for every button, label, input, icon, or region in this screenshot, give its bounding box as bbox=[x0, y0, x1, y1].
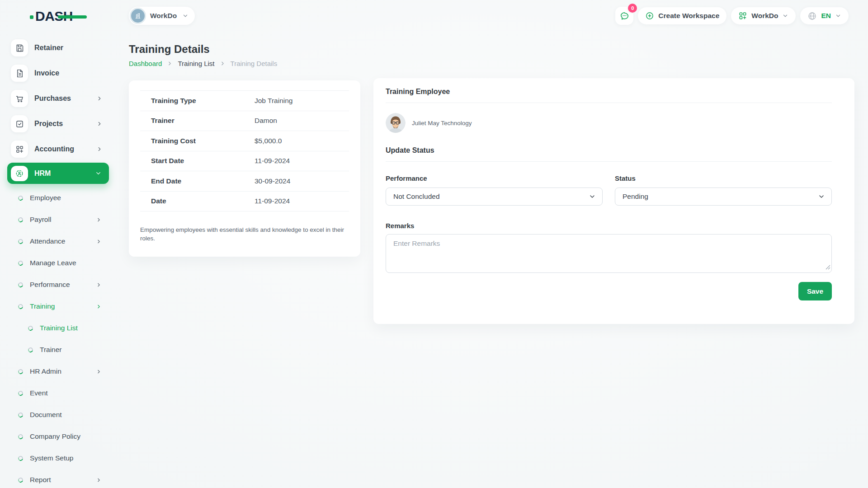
training-details-table: Training Type Job Training Trainer Damon… bbox=[140, 90, 349, 211]
workspace-menu-button[interactable]: WorkDo bbox=[731, 7, 796, 24]
sidebar-item-accounting[interactable]: Accounting bbox=[0, 136, 115, 162]
workspace-avatar-building-icon bbox=[131, 9, 145, 23]
sidebar-item-label: Purchases bbox=[34, 94, 71, 103]
cart-icon bbox=[11, 90, 28, 107]
row-label: Training Type bbox=[140, 97, 255, 105]
status-field: Status Pending bbox=[615, 174, 832, 206]
sidebar: Retainer Invoice Purchases Projects Acco… bbox=[0, 32, 115, 488]
bullet-icon bbox=[17, 368, 24, 375]
sidebar-item-system-setup[interactable]: System Setup bbox=[0, 447, 115, 469]
globe-icon bbox=[807, 11, 817, 21]
invoice-icon bbox=[11, 65, 28, 82]
chat-icon bbox=[619, 11, 630, 21]
sidebar-item-label: Document bbox=[30, 411, 62, 419]
row-label: End Date bbox=[140, 177, 255, 185]
sidebar-item-invoice[interactable]: Invoice bbox=[0, 61, 115, 86]
bullet-icon bbox=[27, 347, 34, 353]
chevron-right-icon bbox=[96, 217, 102, 223]
table-row: Trainer Damon bbox=[140, 111, 349, 131]
chevron-right-icon bbox=[96, 282, 102, 288]
sidebar-item-trainer[interactable]: Trainer bbox=[0, 339, 115, 361]
grid-plus-icon bbox=[11, 141, 28, 158]
breadcrumb-training-list[interactable]: Training List bbox=[178, 60, 214, 67]
topbar-actions: 0 Create Workspace WorkDo EN bbox=[615, 7, 849, 25]
sidebar-item-training[interactable]: Training bbox=[0, 296, 115, 317]
messages-button[interactable]: 0 bbox=[615, 7, 633, 25]
bullet-icon bbox=[17, 455, 24, 462]
bullet-icon bbox=[17, 195, 24, 202]
workspace-menu-label: WorkDo bbox=[751, 12, 778, 20]
chevron-right-icon bbox=[220, 61, 226, 66]
training-employee-card: Training Employee Juliet May Technology … bbox=[373, 78, 854, 324]
row-value: 30-09-2024 bbox=[255, 177, 290, 185]
logo-dot bbox=[30, 15, 33, 19]
table-row: Training Cost $5,000.0 bbox=[140, 131, 349, 151]
sidebar-item-retainer[interactable]: Retainer bbox=[0, 35, 115, 61]
create-workspace-button[interactable]: Create Workspace bbox=[638, 7, 726, 24]
save-button[interactable]: Save bbox=[798, 282, 832, 300]
sidebar-item-payroll[interactable]: Payroll bbox=[0, 209, 115, 230]
status-value: Pending bbox=[623, 192, 648, 201]
sidebar-item-label: Attendance bbox=[30, 237, 65, 245]
employee-avatar bbox=[386, 113, 406, 133]
row-label: Date bbox=[140, 197, 255, 205]
status-label: Status bbox=[615, 174, 832, 182]
sidebar-item-company-policy[interactable]: Company Policy bbox=[0, 426, 115, 447]
sidebar-item-training-list[interactable]: Training List bbox=[0, 317, 115, 339]
update-status-heading: Update Status bbox=[386, 146, 832, 162]
remarks-input[interactable] bbox=[386, 234, 832, 273]
sidebar-item-label: Accounting bbox=[34, 145, 74, 153]
sidebar-item-document[interactable]: Document bbox=[0, 404, 115, 426]
bullet-icon bbox=[17, 390, 24, 397]
topbar: DASH WorkDo 0 Create Workspace WorkDo bbox=[0, 0, 868, 32]
sidebar-item-report[interactable]: Report bbox=[0, 469, 115, 488]
bullet-icon bbox=[17, 216, 24, 223]
sidebar-item-hrm[interactable]: HRM bbox=[7, 163, 109, 184]
sidebar-item-projects[interactable]: Projects bbox=[0, 111, 115, 136]
sidebar-item-attendance[interactable]: Attendance bbox=[0, 230, 115, 252]
chevron-right-icon bbox=[96, 477, 102, 483]
bullet-icon bbox=[17, 433, 24, 440]
row-value: $5,000.0 bbox=[255, 137, 282, 145]
training-description: Empowering employees with essential skil… bbox=[140, 226, 348, 243]
sidebar-item-purchases[interactable]: Purchases bbox=[0, 86, 115, 111]
performance-value: Not Concluded bbox=[393, 192, 440, 201]
status-form-row: Performance Not Concluded Status Pending bbox=[386, 174, 832, 206]
breadcrumb-dashboard[interactable]: Dashboard bbox=[129, 60, 162, 67]
sidebar-item-label: HR Admin bbox=[30, 367, 61, 375]
chevron-right-icon bbox=[96, 304, 102, 310]
sidebar-item-performance[interactable]: Performance bbox=[0, 274, 115, 296]
sidebar-item-event[interactable]: Event bbox=[0, 382, 115, 404]
bullet-icon bbox=[17, 477, 24, 483]
sidebar-item-label: Retainer bbox=[34, 44, 63, 52]
row-value: Job Training bbox=[255, 97, 292, 105]
performance-field: Performance Not Concluded bbox=[386, 174, 603, 206]
check-square-icon bbox=[11, 115, 28, 132]
sidebar-item-hr-admin[interactable]: HR Admin bbox=[0, 361, 115, 382]
sidebar-item-label: Report bbox=[30, 476, 51, 484]
sidebar-item-manage-leave[interactable]: Manage Leave bbox=[0, 252, 115, 274]
status-select[interactable]: Pending bbox=[615, 188, 832, 206]
remarks-field: Remarks bbox=[386, 222, 832, 273]
performance-select[interactable]: Not Concluded bbox=[386, 188, 603, 206]
chevron-down-icon bbox=[589, 193, 596, 200]
sidebar-item-label: Invoice bbox=[34, 69, 59, 77]
table-row: Date 11-09-2024 bbox=[140, 191, 349, 211]
workspace-name: WorkDo bbox=[150, 12, 177, 20]
bullet-icon bbox=[17, 303, 24, 310]
sidebar-item-employee[interactable]: Employee bbox=[0, 187, 115, 209]
row-value: Damon bbox=[255, 117, 277, 125]
chevron-right-icon bbox=[96, 95, 103, 102]
workspace-selector[interactable]: WorkDo bbox=[129, 7, 195, 25]
language-selector[interactable]: EN bbox=[800, 7, 849, 24]
table-row: End Date 30-09-2024 bbox=[140, 171, 349, 191]
remarks-label: Remarks bbox=[386, 222, 832, 230]
training-employee-heading: Training Employee bbox=[386, 78, 832, 103]
form-actions: Save bbox=[386, 282, 832, 300]
row-value: 11-09-2024 bbox=[255, 157, 290, 165]
row-label: Training Cost bbox=[140, 137, 255, 145]
chevron-down-icon bbox=[182, 13, 189, 19]
create-workspace-label: Create Workspace bbox=[658, 12, 719, 20]
row-label: Start Date bbox=[140, 157, 255, 165]
sidebar-item-label: Employee bbox=[30, 194, 61, 202]
